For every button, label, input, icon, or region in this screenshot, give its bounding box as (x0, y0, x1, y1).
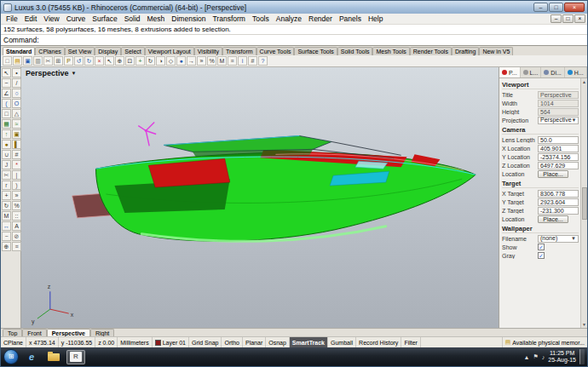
rotate-tool-icon[interactable]: ↻ (2, 201, 11, 210)
viewport-tab-perspective[interactable]: Perspective (47, 329, 90, 336)
panel-tab-help[interactable]: H... (565, 67, 587, 77)
toolbar-tab-set-view[interactable]: Set View (65, 47, 95, 55)
menu-panels[interactable]: Panels (336, 14, 365, 23)
lens-length-field[interactable]: 50.0 (538, 136, 579, 144)
panel-tab-display[interactable]: Di... (541, 67, 564, 77)
delete-icon[interactable]: × (95, 56, 104, 66)
child-restore-button[interactable]: □ (562, 14, 574, 23)
boolean-union-icon[interactable]: ∪ (2, 150, 11, 159)
new-file-icon[interactable]: □ (3, 56, 12, 66)
taskbar-rhino-icon[interactable]: R (66, 350, 85, 364)
x-location-field[interactable]: 405.901 (538, 145, 579, 152)
panel-tab-layers[interactable]: L... (521, 67, 542, 77)
child-minimize-button[interactable]: – (551, 14, 562, 23)
rectangle-icon[interactable]: □ (2, 109, 11, 118)
toolbar-tab-select[interactable]: Select (121, 47, 144, 55)
cplane-button[interactable]: CPlane (1, 337, 26, 347)
move-tool-icon[interactable]: + (2, 191, 11, 200)
menu-view[interactable]: View (40, 14, 62, 23)
target-place-button[interactable]: Place... (538, 215, 568, 223)
mirror-tool-icon[interactable]: M (2, 211, 11, 221)
wallpaper-filename-dropdown[interactable]: (none)▼ (538, 235, 579, 243)
y-target-field[interactable]: 2923.604 (538, 198, 579, 206)
scroll-up-icon[interactable]: ▲ (582, 79, 586, 84)
scale-tool-icon[interactable]: % (12, 201, 21, 210)
ellipse-icon[interactable]: O (12, 99, 21, 108)
undo-icon[interactable]: ↺ (74, 56, 84, 66)
volume-icon[interactable]: ♪ (542, 354, 545, 360)
toolbar-tab-visibility[interactable]: Visibility (194, 47, 222, 55)
layers-icon[interactable]: ≡ (228, 56, 237, 66)
panel-scrollbar[interactable]: ▲ ▼ (580, 78, 587, 328)
viewport-tab-right[interactable]: Right (90, 329, 114, 336)
surface-icon[interactable]: ▦ (2, 119, 11, 129)
box-icon[interactable]: ▣ (12, 129, 21, 139)
toolbar-tab-transform[interactable]: Transform (222, 47, 257, 55)
scroll-down-icon[interactable]: ▼ (582, 322, 586, 327)
toolbar-tab-drafting[interactable]: Drafting (452, 47, 480, 55)
action-center-icon[interactable]: ⚑ (533, 353, 539, 360)
cut-icon[interactable]: ✂ (43, 56, 53, 66)
pan-view-icon[interactable]: + (135, 56, 145, 66)
mirror-icon[interactable]: M (217, 56, 227, 66)
scale-icon[interactable]: % (207, 56, 216, 66)
minimize-button[interactable]: – (533, 3, 548, 12)
close-button[interactable]: × (564, 3, 585, 12)
wallpaper-show-checkbox[interactable]: ✓ (538, 244, 545, 250)
viewport-tab-top[interactable]: Top (3, 329, 22, 336)
render-icon[interactable]: ● (176, 56, 186, 66)
grid-snap-icon[interactable]: # (248, 56, 257, 66)
menu-help[interactable]: Help (365, 14, 386, 23)
z-location-field[interactable]: 6497.629 (538, 162, 579, 169)
print-icon[interactable]: ▥ (33, 56, 43, 66)
trim-icon[interactable]: ✂ (2, 170, 11, 180)
toolbar-tab-display[interactable]: Display (95, 47, 121, 55)
taskbar-clock[interactable]: 11:25 PM 25-Aug-15 (548, 350, 576, 364)
menu-curve[interactable]: Curve (63, 14, 89, 23)
help-icon[interactable]: ? (258, 56, 268, 66)
save-icon[interactable]: ▣ (23, 56, 32, 66)
status-toggle-ortho[interactable]: Ortho (222, 337, 243, 347)
rotate-view-icon[interactable]: ↻ (146, 56, 155, 66)
dimension-icon[interactable]: ↔ (2, 221, 11, 231)
toolbar-tab-solid-tools[interactable]: Solid Tools (337, 47, 373, 55)
toolbar-tab-surface-tools[interactable]: Surface Tools (294, 47, 337, 55)
explode-icon[interactable]: * (12, 160, 21, 169)
status-toggle-filter[interactable]: Filter (401, 337, 421, 347)
curve-icon[interactable]: ~ (2, 78, 11, 88)
zoom-icon[interactable]: ⊕ (2, 242, 11, 251)
sphere-icon[interactable]: ● (2, 140, 11, 149)
join-icon[interactable]: J (2, 160, 11, 169)
viewport-canvas[interactable]: x y z (21, 67, 499, 328)
menu-mesh[interactable]: Mesh (144, 14, 169, 23)
menu-file[interactable]: File (3, 14, 21, 23)
layer-indicator[interactable]: Layer 01 (153, 337, 189, 347)
menu-solid[interactable]: Solid (121, 14, 144, 23)
toolbar-tab-render-tools[interactable]: Render Tools (410, 47, 452, 55)
shaded-view-icon[interactable]: ◑ (156, 56, 165, 66)
taskbar-explorer-icon[interactable] (44, 350, 63, 364)
hide-icon[interactable]: − (2, 232, 11, 241)
z-target-field[interactable]: -231.300 (538, 207, 579, 215)
text-icon[interactable]: A (12, 221, 21, 231)
select-icon[interactable]: ↖ (105, 56, 114, 66)
split-icon[interactable]: | (12, 170, 21, 180)
toolbar-tab-standard[interactable]: Standard (3, 47, 35, 55)
copy-tool-icon[interactable]: » (12, 191, 21, 200)
taskbar-ie-icon[interactable]: e (22, 350, 41, 364)
zoom-extents-icon[interactable]: ⊕ (115, 56, 124, 66)
units-indicator[interactable]: Millimeters (118, 337, 152, 347)
perspective-viewport[interactable]: Perspective ▼ (21, 67, 499, 328)
x-target-field[interactable]: 8306.778 (538, 190, 579, 198)
point-icon[interactable]: • (12, 68, 21, 77)
y-location-field[interactable]: -25374.156 (538, 153, 579, 161)
menu-tools[interactable]: Tools (249, 14, 273, 23)
status-toggle-gumball[interactable]: Gumball (328, 337, 356, 347)
line-icon[interactable]: / (12, 78, 21, 88)
arc-icon[interactable]: ( (2, 99, 11, 108)
mesh-icon[interactable]: # (12, 150, 21, 159)
polyline-icon[interactable]: ∠ (2, 89, 11, 98)
zoom-window-icon[interactable]: ⊡ (125, 56, 135, 66)
move-icon[interactable]: → (187, 56, 196, 66)
menu-transform[interactable]: Transform (209, 14, 248, 23)
